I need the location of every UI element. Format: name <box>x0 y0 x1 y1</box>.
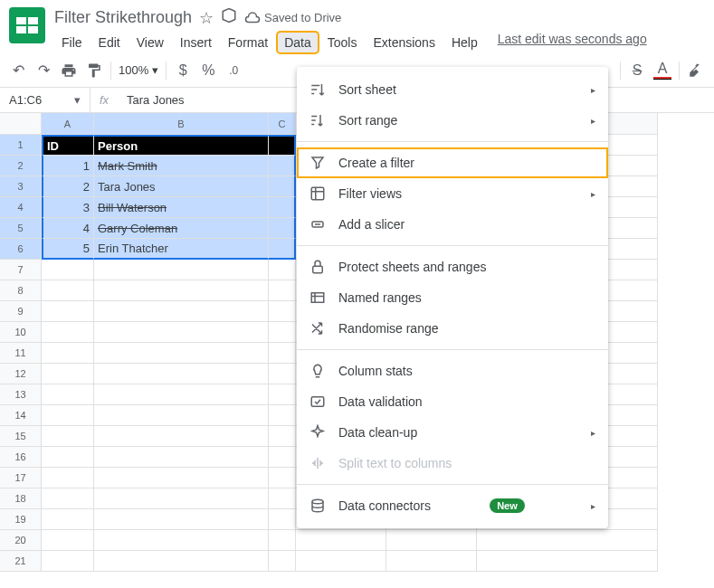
cell[interactable] <box>42 447 94 468</box>
cell[interactable] <box>94 488 269 509</box>
cell[interactable] <box>94 468 269 488</box>
star-icon[interactable]: ☆ <box>199 8 214 28</box>
cell[interactable]: Erin Thatcher <box>94 239 269 260</box>
redo-icon[interactable]: ↷ <box>34 62 52 80</box>
cell[interactable] <box>269 156 296 176</box>
cell[interactable]: Mark Smith <box>94 156 269 176</box>
cell[interactable] <box>94 384 269 405</box>
menu-help[interactable]: Help <box>444 32 485 53</box>
cell-reference[interactable]: A1:C6▾ <box>0 88 90 112</box>
cell[interactable] <box>42 260 94 280</box>
row-header[interactable]: 20 <box>0 530 42 551</box>
menu-column-stats[interactable]: Column stats <box>297 356 608 386</box>
strikethrough-icon[interactable]: S <box>628 62 646 80</box>
cell[interactable] <box>296 551 386 572</box>
cell[interactable] <box>94 364 269 384</box>
cell[interactable] <box>94 509 269 530</box>
row-header[interactable]: 4 <box>0 197 42 218</box>
cell[interactable] <box>42 405 94 426</box>
cell[interactable]: 3 <box>42 197 94 218</box>
col-header-b[interactable]: B <box>94 113 269 135</box>
row-header[interactable]: 7 <box>0 260 42 280</box>
cell[interactable] <box>42 364 94 384</box>
currency-icon[interactable]: $ <box>174 62 192 80</box>
row-header[interactable]: 19 <box>0 509 42 530</box>
cell[interactable] <box>94 301 269 322</box>
cell[interactable] <box>269 426 296 447</box>
row-header[interactable]: 15 <box>0 426 42 447</box>
cell[interactable] <box>269 301 296 322</box>
menu-randomise[interactable]: Randomise range <box>297 313 608 344</box>
row-header[interactable]: 14 <box>0 405 42 426</box>
menu-add-slicer[interactable]: Add a slicer <box>297 209 608 240</box>
cell[interactable] <box>386 551 477 572</box>
cell[interactable]: Tara Jones <box>94 176 269 197</box>
paint-format-icon[interactable] <box>85 62 103 80</box>
row-header[interactable]: 3 <box>0 176 42 197</box>
row-header[interactable]: 11 <box>0 343 42 364</box>
cell[interactable] <box>42 343 94 364</box>
formula-input[interactable]: Tara Jones <box>118 93 185 107</box>
fill-color-icon[interactable] <box>687 62 705 80</box>
cell[interactable] <box>42 530 94 551</box>
cell[interactable]: Bill Waterson <box>94 197 269 218</box>
row-header[interactable]: 17 <box>0 468 42 488</box>
row-header[interactable]: 13 <box>0 384 42 405</box>
row-header[interactable]: 21 <box>0 551 42 572</box>
cell[interactable] <box>269 135 296 156</box>
menu-file[interactable]: File <box>54 32 90 53</box>
cell[interactable]: Garry Coleman <box>94 218 269 239</box>
cell[interactable] <box>269 405 296 426</box>
row-header[interactable]: 8 <box>0 280 42 301</box>
row-header[interactable]: 1 <box>0 135 42 156</box>
cell[interactable] <box>42 426 94 447</box>
menu-insert[interactable]: Insert <box>173 32 219 53</box>
cell[interactable] <box>42 509 94 530</box>
table-header-id[interactable]: ID <box>42 135 94 156</box>
cell[interactable] <box>269 447 296 468</box>
cell[interactable] <box>42 280 94 301</box>
cell[interactable] <box>42 384 94 405</box>
cell[interactable]: 2 <box>42 176 94 197</box>
col-header-a[interactable]: A <box>42 113 94 135</box>
select-all-corner[interactable] <box>0 113 42 135</box>
cell[interactable] <box>94 280 269 301</box>
cell[interactable] <box>269 239 296 260</box>
text-color-icon[interactable]: A <box>653 62 671 80</box>
cell[interactable] <box>42 488 94 509</box>
undo-icon[interactable]: ↶ <box>9 62 27 80</box>
cell[interactable] <box>269 343 296 364</box>
menu-protect[interactable]: Protect sheets and ranges <box>297 251 608 282</box>
cell[interactable] <box>269 364 296 384</box>
row-header[interactable]: 16 <box>0 447 42 468</box>
move-icon[interactable] <box>221 7 237 28</box>
cell[interactable] <box>269 468 296 488</box>
cell[interactable] <box>42 322 94 343</box>
cell[interactable] <box>42 468 94 488</box>
menu-named-ranges[interactable]: Named ranges <box>297 282 608 313</box>
cell[interactable] <box>94 260 269 280</box>
cell[interactable] <box>477 551 658 572</box>
cell[interactable] <box>296 530 386 551</box>
menu-filter-views[interactable]: Filter views ▸ <box>297 178 608 209</box>
cell[interactable] <box>269 176 296 197</box>
cell[interactable]: 1 <box>42 156 94 176</box>
col-header-c[interactable]: C <box>269 113 296 135</box>
row-header[interactable]: 10 <box>0 322 42 343</box>
menu-extensions[interactable]: Extensions <box>366 32 442 53</box>
cell[interactable] <box>269 384 296 405</box>
cell[interactable] <box>94 322 269 343</box>
row-header[interactable]: 2 <box>0 156 42 176</box>
menu-edit[interactable]: Edit <box>91 32 128 53</box>
menu-data-connectors[interactable]: Data connectors New ▸ <box>297 490 608 521</box>
menu-format[interactable]: Format <box>221 32 275 53</box>
cell[interactable] <box>94 343 269 364</box>
cell[interactable] <box>269 218 296 239</box>
percent-icon[interactable]: % <box>199 62 217 80</box>
cell[interactable] <box>269 260 296 280</box>
cell[interactable] <box>94 405 269 426</box>
menu-data-validation[interactable]: Data validation <box>297 386 608 417</box>
cell[interactable] <box>269 551 296 572</box>
menu-create-filter[interactable]: Create a filter <box>297 147 608 178</box>
last-edit-link[interactable]: Last edit was seconds ago <box>498 32 647 53</box>
